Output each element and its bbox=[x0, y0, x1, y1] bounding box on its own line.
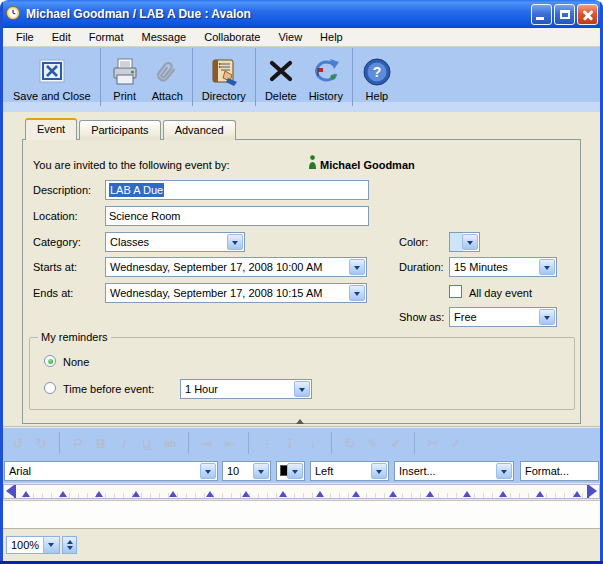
ruler-strip bbox=[3, 483, 600, 500]
underline-icon[interactable]: U bbox=[140, 436, 154, 451]
message-body-area[interactable] bbox=[3, 500, 600, 528]
category-select[interactable]: Classes bbox=[105, 232, 245, 252]
show-as-select[interactable]: Free bbox=[449, 307, 557, 327]
insert-anchor-icon[interactable]: ↧ bbox=[283, 436, 297, 451]
indent-icon[interactable]: ⇥ bbox=[200, 436, 214, 451]
tab-advanced[interactable]: Advanced bbox=[163, 120, 236, 140]
tab-stop-marker[interactable] bbox=[352, 491, 360, 497]
menu-message[interactable]: Message bbox=[133, 29, 196, 45]
chevron-down-icon[interactable] bbox=[43, 537, 59, 553]
spellcheck-icon[interactable]: ✓ bbox=[449, 436, 463, 451]
chevron-down-icon[interactable] bbox=[462, 234, 478, 250]
close-button[interactable] bbox=[577, 4, 598, 25]
tab-stop-marker[interactable] bbox=[389, 491, 397, 497]
chevron-down-icon[interactable] bbox=[371, 463, 387, 479]
chevron-down-icon[interactable] bbox=[539, 259, 555, 275]
chevron-down-icon[interactable] bbox=[349, 259, 365, 275]
undo-icon[interactable]: ↺ bbox=[11, 436, 25, 451]
tab-stop-marker[interactable] bbox=[59, 491, 67, 497]
accept-edits-icon[interactable]: ✔ bbox=[389, 436, 403, 451]
chevron-down-icon[interactable] bbox=[287, 463, 303, 479]
ends-at-select[interactable]: Wednesday, September 17, 2008 10:15 AM bbox=[105, 283, 367, 303]
color-select[interactable] bbox=[449, 232, 480, 252]
chevron-down-icon[interactable] bbox=[349, 285, 365, 301]
tab-stop-marker[interactable] bbox=[463, 491, 471, 497]
help-button[interactable]: ? Help bbox=[356, 50, 398, 104]
tab-marks-icon[interactable]: ⋮ bbox=[260, 436, 274, 451]
print-button[interactable]: Print bbox=[104, 50, 146, 104]
font-family-select[interactable]: Arial bbox=[4, 461, 218, 481]
tab-event[interactable]: Event bbox=[25, 118, 77, 140]
tab-stop-marker[interactable] bbox=[132, 491, 140, 497]
tab-stop-marker[interactable] bbox=[536, 491, 544, 497]
location-input[interactable]: Science Room bbox=[105, 206, 369, 226]
tab-stop-marker[interactable] bbox=[242, 491, 250, 497]
pen-icon[interactable]: ✎ bbox=[366, 436, 380, 451]
format-select[interactable]: Format... bbox=[520, 461, 599, 481]
reminder-time-select[interactable]: 1 Hour bbox=[180, 379, 312, 399]
paragraph-style-icon[interactable]: P bbox=[71, 436, 85, 451]
strikethrough-icon[interactable]: ab bbox=[163, 437, 177, 449]
starts-at-select[interactable]: Wednesday, September 17, 2008 10:00 AM bbox=[105, 257, 367, 277]
outdent-icon[interactable]: ⇤ bbox=[223, 436, 237, 451]
zoom-spinner[interactable] bbox=[62, 536, 77, 554]
menu-collaborate[interactable]: Collaborate bbox=[195, 29, 269, 45]
redo-icon[interactable]: ↻ bbox=[34, 436, 48, 451]
special-chars-icon[interactable]: ✂ bbox=[426, 436, 440, 451]
my-reminders-group: My reminders None Time before event: 1 H… bbox=[29, 337, 575, 410]
attach-button[interactable]: Attach bbox=[146, 50, 189, 104]
tab-stop-marker[interactable] bbox=[279, 491, 287, 497]
menu-format[interactable]: Format bbox=[80, 29, 133, 45]
tab-participants[interactable]: Participants bbox=[79, 120, 160, 140]
save-and-close-button[interactable]: Save and Close bbox=[7, 50, 97, 104]
tab-stop-marker[interactable] bbox=[206, 491, 214, 497]
font-color-select[interactable] bbox=[276, 461, 305, 481]
zoom-control[interactable]: 100% bbox=[6, 536, 60, 554]
left-margin-marker[interactable] bbox=[4, 485, 16, 498]
organizer-name: Michael Goodman bbox=[320, 159, 415, 171]
menu-help[interactable]: Help bbox=[311, 29, 352, 45]
history-button[interactable]: History bbox=[303, 50, 349, 104]
maximize-button[interactable] bbox=[554, 4, 575, 25]
starts-at-label: Starts at: bbox=[33, 261, 77, 273]
menu-edit[interactable]: Edit bbox=[43, 29, 80, 45]
reminder-none-radio[interactable] bbox=[44, 355, 56, 367]
toolbar-button-label: Delete bbox=[265, 90, 297, 102]
right-margin-marker[interactable] bbox=[587, 485, 599, 498]
tab-stop-marker[interactable] bbox=[316, 491, 324, 497]
description-input[interactable]: LAB A Due bbox=[105, 180, 369, 200]
chevron-down-icon[interactable] bbox=[227, 234, 243, 250]
italic-icon[interactable]: I bbox=[117, 436, 131, 451]
menu-file[interactable]: File bbox=[7, 29, 43, 45]
revert-icon[interactable]: ↻ bbox=[343, 436, 357, 451]
font-size-select[interactable]: 10 bbox=[222, 461, 271, 481]
bold-icon[interactable]: B bbox=[94, 436, 108, 451]
tab-stop-marker[interactable] bbox=[169, 491, 177, 497]
chevron-down-icon[interactable] bbox=[253, 463, 269, 479]
tab-stop-marker[interactable] bbox=[573, 491, 581, 497]
alignment-select[interactable]: Left bbox=[310, 461, 389, 481]
delete-button[interactable]: Delete bbox=[259, 50, 303, 104]
duration-select[interactable]: 15 Minutes bbox=[449, 257, 557, 277]
chevron-down-icon[interactable] bbox=[294, 381, 310, 397]
chevron-down-icon[interactable] bbox=[200, 463, 216, 479]
insert-select[interactable]: Insert... bbox=[394, 461, 514, 481]
ruler-track[interactable] bbox=[16, 485, 587, 498]
tab-stop-marker[interactable] bbox=[95, 491, 103, 497]
tab-stop-marker[interactable] bbox=[426, 491, 434, 497]
tab-stop-marker[interactable] bbox=[22, 491, 30, 497]
statusbar: 100% bbox=[3, 528, 600, 561]
tab-stop-marker[interactable] bbox=[499, 491, 507, 497]
menu-view[interactable]: View bbox=[269, 29, 311, 45]
minimize-button[interactable] bbox=[531, 4, 552, 25]
insert-break-icon[interactable]: ↓ bbox=[306, 436, 320, 451]
chevron-down-icon[interactable] bbox=[539, 309, 555, 325]
toolbar-button-label: Attach bbox=[152, 90, 183, 102]
chevron-down-icon[interactable] bbox=[496, 463, 512, 479]
reminder-time-radio[interactable] bbox=[44, 382, 56, 394]
pane-collapse-handle[interactable] bbox=[296, 419, 304, 424]
all-day-checkbox[interactable] bbox=[449, 285, 462, 298]
directory-button[interactable]: Directory bbox=[196, 50, 252, 104]
ruler[interactable] bbox=[3, 484, 600, 499]
titlebar[interactable]: Michael Goodman / LAB A Due : Avalon bbox=[0, 0, 603, 28]
